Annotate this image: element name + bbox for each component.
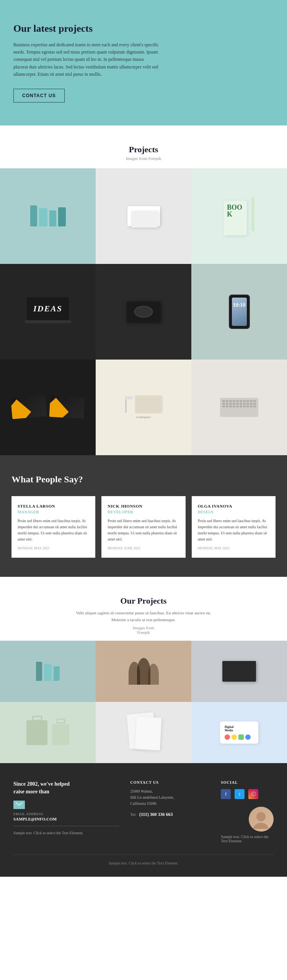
testimonials-section: What People Say? STELLA LARSON MANAGER P… <box>0 455 287 577</box>
footer-sample-text: Sample text. Click to select the Text El… <box>13 831 119 835</box>
contact-us-button[interactable]: CONTACT US <box>13 89 65 103</box>
testimonial-date-0: MONDAY, MAY 2022 <box>18 546 89 550</box>
our-project-cell-4[interactable] <box>0 702 96 763</box>
testimonial-name-0: STELLA LARSON <box>18 504 89 508</box>
footer-sample-text-2: Sample text. Click to select the Text El… <box>221 835 274 843</box>
twitter-icon[interactable]: t <box>235 789 245 799</box>
our-projects-description: Velit aliquet sagittis id consectetur pu… <box>71 610 216 623</box>
footer-tel-label: Tel: <box>130 812 136 817</box>
hero-section: Our latest projects Business expertise a… <box>0 0 287 125</box>
our-projects-title: Our Projects <box>0 596 287 606</box>
footer-bottom: Sample text. Click to select the Text El… <box>13 855 274 865</box>
projects-subtitle: Images from Freepik <box>0 156 287 161</box>
footer-contact-title: CONTACT US <box>130 780 210 785</box>
our-projects-grid: DigitalMedia <box>0 641 287 763</box>
instagram-icon[interactable]: Ⓒ <box>248 789 258 799</box>
email-value: SAMPLE@INFO.COM <box>13 817 119 821</box>
testimonial-date-2: MONDAY, MAY 2022 <box>198 546 269 550</box>
project-cell-3[interactable]: BOOK <box>191 168 287 264</box>
avatar <box>249 807 274 832</box>
footer-col-1: Since 2002, we've helpedraise more than … <box>13 780 119 843</box>
email-icon <box>13 801 25 809</box>
testimonial-role-1: DEVELOPER <box>108 510 179 514</box>
footer-address: 25000 Walnut,Hill Ln undefined Lafayette… <box>130 788 210 807</box>
project-cell-9[interactable] <box>191 360 287 455</box>
our-project-cell-6[interactable]: DigitalMedia <box>191 702 287 763</box>
project-cell-4[interactable]: IDEas <box>0 264 96 360</box>
images-from-label: Images fromFreepik <box>0 625 287 635</box>
footer-divider <box>13 826 119 826</box>
testimonial-date-1: MONDAY, JUNE 2022 <box>108 546 179 550</box>
svg-point-2 <box>253 823 269 829</box>
svg-point-1 <box>256 812 266 821</box>
testimonial-text-0: Proin sed libero enim sed faucibus turpi… <box>18 518 89 542</box>
testimonial-card-1: NICK JHONSON DEVELOPER Proin sed libero … <box>101 496 185 558</box>
project-cell-1[interactable] <box>0 168 96 264</box>
projects-grid: BOOK IDEas <box>0 168 287 455</box>
footer-tel: (111) 360 336 663 <box>139 812 173 817</box>
project-cell-5[interactable] <box>96 264 191 360</box>
hero-title: Our latest projects <box>13 23 274 34</box>
social-icons: f t Ⓒ <box>221 789 274 799</box>
project-cell-7[interactable] <box>0 360 96 455</box>
testimonial-role-0: MANAGER <box>18 510 89 514</box>
testimonials-grid: STELLA LARSON MANAGER Proin sed libero e… <box>11 496 276 558</box>
our-projects-section: Our Projects Velit aliquet sagittis id c… <box>0 577 287 763</box>
projects-section: Projects Images from Freepik <box>0 125 287 455</box>
projects-title: Projects <box>0 145 287 155</box>
footer-bottom-text: Sample text. Click to select the Text El… <box>13 861 274 865</box>
footer-col-2: CONTACT US 25000 Walnut,Hill Ln undefine… <box>130 780 210 843</box>
testimonial-text-1: Proin sed libero enim sed faucibus turpi… <box>108 518 179 542</box>
envelope-icon <box>16 803 23 807</box>
our-project-cell-2[interactable] <box>96 641 191 702</box>
testimonial-card-0: STELLA LARSON MANAGER Proin sed libero e… <box>11 496 95 558</box>
our-project-cell-3[interactable] <box>191 641 287 702</box>
project-cell-2[interactable] <box>96 168 191 264</box>
testimonial-name-2: OLGA IVANOVA <box>198 504 269 508</box>
footer: Since 2002, we've helpedraise more than … <box>0 763 287 877</box>
project-cell-8[interactable]: workspace <box>96 360 191 455</box>
our-project-cell-5[interactable] <box>96 702 191 763</box>
social-title: SOCIAL <box>221 780 274 785</box>
facebook-icon[interactable]: f <box>221 789 231 799</box>
email-label: EMAIL ADDRESS <box>13 812 119 816</box>
testimonial-role-2: DESIGN <box>198 510 269 514</box>
testimonial-card-2: OLGA IVANOVA DESIGN Proin sed libero eni… <box>192 496 276 558</box>
our-project-cell-1[interactable] <box>0 641 96 702</box>
footer-tagline: Since 2002, we've helpedraise more than <box>13 780 119 795</box>
testimonials-title: What People Say? <box>11 474 276 485</box>
testimonial-name-1: NICK JHONSON <box>108 504 179 508</box>
project-cell-6[interactable]: 10:10 <box>191 264 287 360</box>
hero-description: Business expertise and dedicated teams t… <box>13 41 159 78</box>
footer-col-3: SOCIAL f t Ⓒ Sample text. Click to selec… <box>221 780 274 843</box>
footer-grid: Since 2002, we've helpedraise more than … <box>13 780 274 843</box>
testimonial-text-2: Proin sed libero enim sed faucibus turpi… <box>198 518 269 542</box>
